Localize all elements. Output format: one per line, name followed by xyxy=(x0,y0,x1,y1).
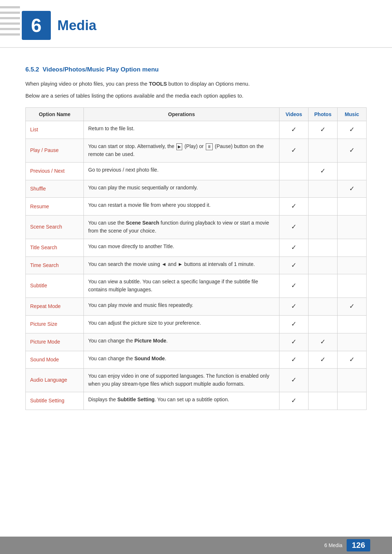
music-check-cell xyxy=(338,198,367,216)
chapter-number: 6 xyxy=(22,11,51,40)
option-name-cell: Picture Size xyxy=(26,315,84,333)
videos-check-cell xyxy=(279,180,309,198)
operations-cell: You can change the Picture Mode. xyxy=(84,333,279,351)
section-title: 6.5.2 Videos/Photos/Music Play Option me… xyxy=(25,66,367,73)
option-name-cell: Shuffle xyxy=(26,180,84,198)
table-row: ResumeYou can restart a movie file from … xyxy=(26,198,367,216)
photos-check-cell xyxy=(309,297,338,315)
music-checkmark: ✓ xyxy=(349,303,355,310)
photos-check-cell xyxy=(309,369,338,392)
videos-checkmark: ✓ xyxy=(291,244,297,251)
videos-checkmark: ✓ xyxy=(291,223,297,230)
videos-check-cell: ✓ xyxy=(279,121,309,139)
pause-icon: ⏸ xyxy=(206,143,213,150)
option-name-cell: Time Search xyxy=(26,257,84,274)
videos-check-cell: ✓ xyxy=(279,351,309,369)
operations-cell: You can adjust the picture size to your … xyxy=(84,315,279,333)
photos-checkmark: ✓ xyxy=(320,356,326,363)
videos-checkmark: ✓ xyxy=(291,202,297,210)
option-name-cell: Play / Pause xyxy=(26,139,84,162)
music-check-cell xyxy=(338,239,367,257)
photos-check-cell xyxy=(309,392,338,410)
main-content: 6.5.2 Videos/Photos/Music Play Option me… xyxy=(0,52,392,439)
photos-check-cell xyxy=(309,198,338,216)
music-check-cell xyxy=(338,257,367,274)
header-photos: Photos xyxy=(309,108,338,121)
photos-check-cell: ✓ xyxy=(309,333,338,351)
videos-checkmark: ✓ xyxy=(291,356,297,363)
operations-cell: Displays the Subtitle Setting. You can s… xyxy=(84,392,279,410)
play-icon: ▶ xyxy=(176,143,182,150)
option-name-cell: Title Search xyxy=(26,239,84,257)
option-name-cell: Sound Mode xyxy=(26,351,84,369)
videos-check-cell: ✓ xyxy=(279,198,309,216)
option-name-cell: Repeat Mode xyxy=(26,297,84,315)
photos-check-cell: ✓ xyxy=(309,351,338,369)
operations-cell: You can start or stop. Alternatively, th… xyxy=(84,139,279,162)
table-row: ListReturn to the file list.✓✓✓ xyxy=(26,121,367,139)
photos-check-cell: ✓ xyxy=(309,162,338,180)
music-check-cell xyxy=(338,274,367,297)
operations-cell: You can change the Sound Mode. xyxy=(84,351,279,369)
header-operations: Operations xyxy=(84,108,279,121)
videos-check-cell: ✓ xyxy=(279,333,309,351)
photos-check-cell xyxy=(309,180,338,198)
music-check-cell xyxy=(338,392,367,410)
videos-checkmark: ✓ xyxy=(291,376,297,383)
videos-checkmark: ✓ xyxy=(291,338,297,345)
table-row: Audio LanguageYou can enjoy video in one… xyxy=(26,369,367,392)
operations-cell: You can view a subtitle. You can select … xyxy=(84,274,279,297)
photos-checkmark: ✓ xyxy=(320,167,326,175)
music-check-cell xyxy=(338,369,367,392)
videos-check-cell: ✓ xyxy=(279,392,309,410)
videos-checkmark: ✓ xyxy=(291,397,297,404)
table-row: Repeat ModeYou can play movie and music … xyxy=(26,297,367,315)
music-checkmark: ✓ xyxy=(349,356,355,363)
videos-check-cell: ✓ xyxy=(279,274,309,297)
photos-check-cell xyxy=(309,257,338,274)
page-header: 6 Media xyxy=(0,0,392,48)
operations-cell: Go to previous / next photo file. xyxy=(84,162,279,180)
videos-check-cell: ✓ xyxy=(279,257,309,274)
chapter-title: Media xyxy=(57,18,97,33)
videos-checkmark: ✓ xyxy=(291,147,297,154)
table-row: Subtitle SettingDisplays the Subtitle Se… xyxy=(26,392,367,410)
photos-check-cell xyxy=(309,139,338,162)
footer-label: 6 Media xyxy=(324,542,342,548)
operations-cell: You can restart a movie file from where … xyxy=(84,198,279,216)
option-name-cell: Subtitle xyxy=(26,274,84,297)
option-name-cell: Subtitle Setting xyxy=(26,392,84,410)
photos-check-cell xyxy=(309,315,338,333)
photos-check-cell xyxy=(309,216,338,239)
table-row: Picture ModeYou can change the Picture M… xyxy=(26,333,367,351)
videos-checkmark: ✓ xyxy=(291,320,297,328)
option-name-cell: Picture Mode xyxy=(26,333,84,351)
music-check-cell: ✓ xyxy=(338,121,367,139)
option-name-cell: Audio Language xyxy=(26,369,84,392)
option-name-cell: Resume xyxy=(26,198,84,216)
music-check-cell: ✓ xyxy=(338,139,367,162)
music-check-cell xyxy=(338,315,367,333)
options-table: Option Name Operations Videos Photos Mus… xyxy=(25,107,367,410)
music-check-cell: ✓ xyxy=(338,351,367,369)
videos-checkmark: ✓ xyxy=(291,303,297,310)
header-videos: Videos xyxy=(279,108,309,121)
operations-cell: You can move directly to another Title. xyxy=(84,239,279,257)
videos-check-cell: ✓ xyxy=(279,139,309,162)
intro-paragraph-1: When playing video or photo files, you c… xyxy=(25,80,367,88)
table-row: Picture SizeYou can adjust the picture s… xyxy=(26,315,367,333)
photos-check-cell xyxy=(309,239,338,257)
header-music: Music xyxy=(338,108,367,121)
intro-paragraph-2: Below are a series of tables listing the… xyxy=(25,92,367,100)
footer-page-number: 126 xyxy=(347,539,370,551)
operations-cell: You can play movie and music files repea… xyxy=(84,297,279,315)
music-check-cell: ✓ xyxy=(338,180,367,198)
music-checkmark: ✓ xyxy=(349,126,355,133)
table-row: Title SearchYou can move directly to ano… xyxy=(26,239,367,257)
option-name-cell: Previous / Next xyxy=(26,162,84,180)
videos-check-cell: ✓ xyxy=(279,216,309,239)
photos-check-cell: ✓ xyxy=(309,121,338,139)
operations-cell: You can use the Scene Search function du… xyxy=(84,216,279,239)
table-row: Play / PauseYou can start or stop. Alter… xyxy=(26,139,367,162)
table-row: Previous / NextGo to previous / next pho… xyxy=(26,162,367,180)
